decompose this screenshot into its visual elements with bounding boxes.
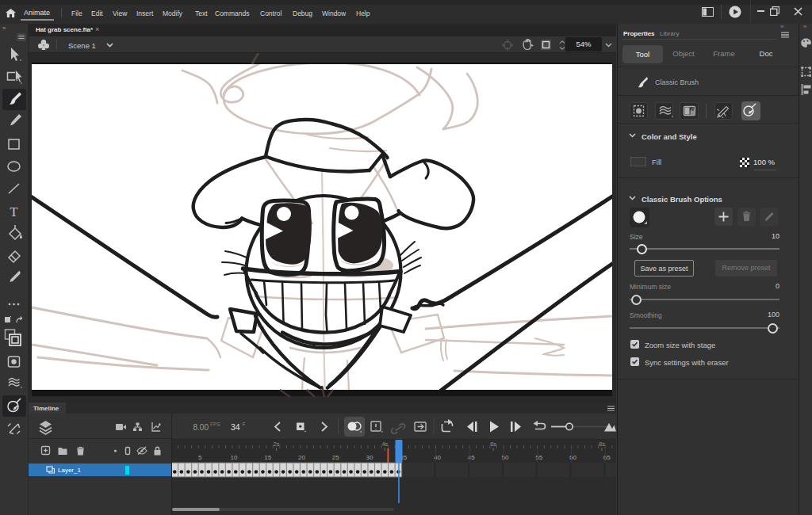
svg-text:15: 15 bbox=[264, 454, 271, 461]
svg-text:F: F bbox=[243, 422, 246, 427]
svg-text:45: 45 bbox=[468, 454, 475, 461]
svg-text:4s: 4s bbox=[381, 441, 388, 448]
svg-text:60: 60 bbox=[569, 454, 576, 461]
svg-text:40: 40 bbox=[434, 454, 441, 461]
svg-text:10: 10 bbox=[230, 454, 237, 461]
svg-text:6s: 6s bbox=[490, 441, 496, 448]
svg-text:25: 25 bbox=[332, 454, 339, 461]
svg-text:65: 65 bbox=[603, 454, 611, 461]
svg-text:20: 20 bbox=[298, 454, 305, 461]
svg-text:34: 34 bbox=[231, 422, 240, 432]
svg-text:T: T bbox=[10, 204, 18, 219]
svg-text:FPS: FPS bbox=[210, 422, 220, 427]
svg-text:55: 55 bbox=[535, 454, 542, 461]
svg-text:30: 30 bbox=[366, 454, 373, 461]
svg-text:8s: 8s bbox=[599, 441, 605, 448]
svg-text:5: 5 bbox=[198, 454, 202, 461]
svg-text:50: 50 bbox=[501, 454, 508, 461]
svg-text:8.00: 8.00 bbox=[193, 423, 209, 432]
svg-text:2s: 2s bbox=[274, 441, 280, 448]
